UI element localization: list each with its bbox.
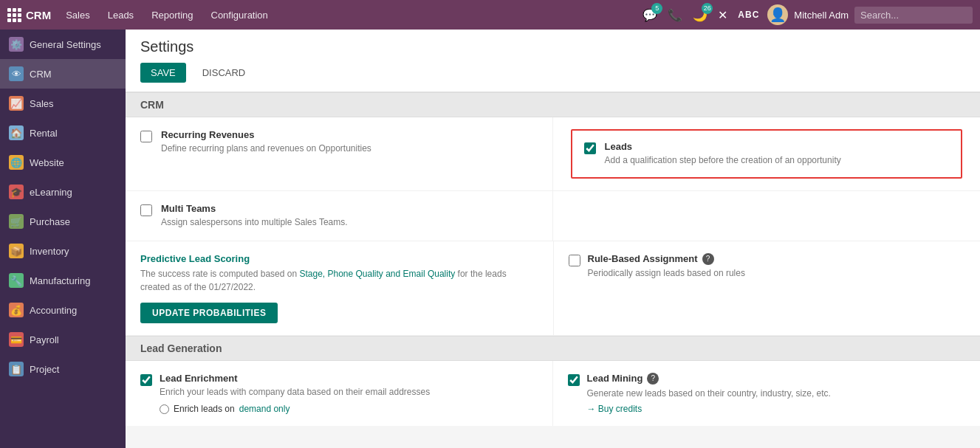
sidebar-item-project[interactable]: 📋 Project bbox=[0, 354, 126, 384]
rule-based-cell: Rule-Based Assignment ? Periodically ass… bbox=[553, 241, 981, 335]
predictive-scoring-label[interactable]: Predictive Lead Scoring bbox=[140, 253, 538, 264]
crm-section-header: CRM bbox=[126, 92, 980, 117]
recurring-revenues-label: Recurring Revenues bbox=[161, 129, 371, 140]
empty-cell bbox=[553, 191, 981, 241]
user-name: Mitchell Adm bbox=[794, 10, 849, 21]
app-name: CRM bbox=[26, 9, 51, 21]
lead-enrichment-info: Lead Enrichment Enrich your leads with c… bbox=[160, 373, 430, 415]
phone-icon-btn[interactable]: 📞 bbox=[665, 6, 685, 24]
page-title: Settings bbox=[140, 38, 965, 55]
sidebar-label-payroll: Payroll bbox=[30, 334, 59, 345]
rental-icon: 🏠 bbox=[9, 125, 24, 140]
close-icon-btn[interactable]: ✕ bbox=[716, 6, 730, 24]
save-button[interactable]: SAVE bbox=[140, 63, 186, 83]
sidebar-item-rental[interactable]: 🏠 Rental bbox=[0, 118, 126, 148]
discard-button[interactable]: DISCARD bbox=[192, 63, 256, 83]
nav-configuration[interactable]: Configuration bbox=[204, 7, 275, 24]
crm-icon: 👁 bbox=[9, 66, 24, 81]
enrich-radio-option: Enrich leads on demand only bbox=[160, 404, 430, 414]
sidebar-label-sales: Sales bbox=[30, 98, 54, 109]
project-icon: 📋 bbox=[9, 362, 24, 376]
leads-label: Leads bbox=[605, 141, 841, 152]
website-icon: 🌐 bbox=[9, 155, 24, 170]
sidebar-item-sales[interactable]: 📈 Sales bbox=[0, 89, 126, 118]
nav-links: Sales Leads Reporting Configuration bbox=[58, 7, 275, 24]
payroll-icon: 💳 bbox=[9, 332, 24, 347]
app-brand[interactable]: CRM bbox=[7, 8, 51, 22]
action-bar: SAVE DISCARD bbox=[140, 63, 965, 83]
multi-teams-desc: Assign salespersons into multiple Sales … bbox=[161, 216, 348, 229]
avatar[interactable]: 👤 bbox=[767, 4, 788, 25]
recurring-revenues-cell: Recurring Revenues Define recurring plan… bbox=[126, 117, 553, 190]
manufacturing-icon: 🔧 bbox=[9, 273, 24, 288]
moon-badge: 26 bbox=[702, 3, 713, 14]
demand-only-link[interactable]: demand only bbox=[239, 404, 290, 414]
scoring-highlight: Stage, Phone Quality and Email Quality bbox=[299, 269, 455, 279]
sidebar-item-inventory[interactable]: 📦 Inventory bbox=[0, 236, 126, 266]
enrich-radio[interactable] bbox=[160, 404, 169, 414]
page-header: Settings SAVE DISCARD bbox=[126, 30, 980, 92]
leads-checkbox[interactable] bbox=[584, 142, 596, 154]
search-input[interactable] bbox=[854, 7, 973, 24]
predictive-scoring-cell: Predictive Lead Scoring The success rate… bbox=[126, 241, 553, 335]
lead-mining-checkbox[interactable] bbox=[568, 374, 580, 386]
apps-grid-icon[interactable] bbox=[7, 8, 21, 22]
chat-icon-btn[interactable]: 💬 5 bbox=[640, 6, 659, 24]
rule-based-label: Rule-Based Assignment bbox=[588, 253, 698, 264]
sidebar-item-website[interactable]: 🌐 Website bbox=[0, 148, 126, 177]
nav-leads[interactable]: Leads bbox=[100, 7, 141, 24]
leads-desc: Add a qualification step before the crea… bbox=[605, 154, 841, 167]
lead-mining-help-icon[interactable]: ? bbox=[647, 373, 659, 385]
main-layout: ⚙️ General Settings 👁 CRM 📈 Sales 🏠 Rent… bbox=[0, 30, 980, 448]
leads-info: Leads Add a qualification step before th… bbox=[605, 141, 841, 167]
sidebar: ⚙️ General Settings 👁 CRM 📈 Sales 🏠 Rent… bbox=[0, 30, 126, 448]
settings-content: CRM Recurring Revenues Define recurring … bbox=[126, 92, 980, 426]
recurring-revenues-checkbox[interactable] bbox=[140, 131, 152, 142]
rule-based-help-icon[interactable]: ? bbox=[702, 253, 714, 265]
inventory-icon: 📦 bbox=[9, 244, 24, 258]
recurring-revenues-info: Recurring Revenues Define recurring plan… bbox=[161, 129, 371, 155]
leads-cell: Leads Add a qualification step before th… bbox=[571, 129, 963, 179]
lead-mining-info: Lead Mining ? Generate new leads based o… bbox=[587, 373, 831, 415]
content-area: Settings SAVE DISCARD CRM Recurring Reve… bbox=[126, 30, 980, 448]
chat-badge: 5 bbox=[651, 3, 662, 14]
rule-based-info: Rule-Based Assignment ? Periodically ass… bbox=[588, 253, 745, 278]
leads-cell-wrapper: Leads Add a qualification step before th… bbox=[553, 117, 981, 190]
recurring-revenues-desc: Define recurring plans and revenues on O… bbox=[161, 142, 371, 155]
sidebar-item-general-settings[interactable]: ⚙️ General Settings bbox=[0, 30, 126, 59]
sidebar-item-payroll[interactable]: 💳 Payroll bbox=[0, 325, 126, 354]
lead-enrichment-checkbox[interactable] bbox=[140, 374, 152, 386]
sidebar-item-crm[interactable]: 👁 CRM bbox=[0, 59, 126, 89]
abc-label[interactable]: ABC bbox=[736, 7, 761, 22]
multi-teams-label: Multi Teams bbox=[161, 203, 348, 214]
sidebar-label-purchase: Purchase bbox=[30, 216, 70, 227]
update-probabilities-button[interactable]: UPDATE PROBABILITIES bbox=[140, 303, 278, 323]
lead-enrichment-cell: Lead Enrichment Enrich your leads with c… bbox=[126, 361, 553, 427]
sidebar-label-general-settings: General Settings bbox=[30, 39, 101, 50]
rule-based-desc: Periodically assign leads based on rules bbox=[588, 268, 745, 278]
buy-credits-link[interactable]: → Buy credits bbox=[587, 404, 831, 414]
sidebar-item-manufacturing[interactable]: 🔧 Manufacturing bbox=[0, 266, 126, 295]
sidebar-label-inventory: Inventory bbox=[30, 246, 69, 257]
rule-based-checkbox[interactable] bbox=[569, 255, 580, 266]
sidebar-label-project: Project bbox=[30, 364, 59, 375]
nav-sales[interactable]: Sales bbox=[58, 7, 97, 24]
sidebar-item-accounting[interactable]: 💰 Accounting bbox=[0, 295, 126, 325]
sidebar-item-elearning[interactable]: 🎓 eLearning bbox=[0, 177, 126, 207]
sidebar-label-accounting: Accounting bbox=[30, 305, 77, 316]
lead-mining-title-row: Lead Mining ? bbox=[587, 373, 831, 385]
sidebar-label-crm: CRM bbox=[30, 69, 52, 80]
sidebar-label-rental: Rental bbox=[30, 128, 58, 139]
moon-icon-btn[interactable]: 🌙 26 bbox=[691, 6, 710, 24]
sidebar-item-purchase[interactable]: 🛒 Purchase bbox=[0, 207, 126, 236]
nav-reporting[interactable]: Reporting bbox=[144, 7, 200, 24]
lead-generation-section-header: Lead Generation bbox=[126, 336, 980, 361]
multi-teams-checkbox[interactable] bbox=[140, 204, 152, 216]
sidebar-label-manufacturing: Manufacturing bbox=[30, 275, 90, 286]
predictive-scoring-desc: The success rate is computed based on St… bbox=[140, 267, 538, 294]
lead-mining-cell: Lead Mining ? Generate new leads based o… bbox=[553, 361, 981, 427]
lead-enrichment-desc: Enrich your leads with company data base… bbox=[160, 386, 430, 399]
purchase-icon: 🛒 bbox=[9, 214, 24, 229]
accounting-icon: 💰 bbox=[9, 303, 24, 317]
multi-teams-cell: Multi Teams Assign salespersons into mul… bbox=[126, 191, 553, 241]
